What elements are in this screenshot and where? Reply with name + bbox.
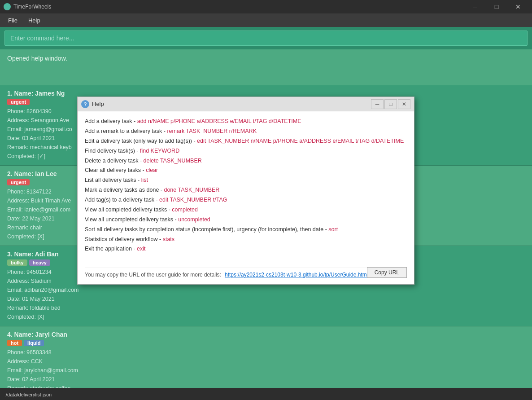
help-command-line: Sort all delivery tasks by completion st… — [85, 225, 407, 235]
help-command-line: List all delivery tasks - list — [85, 176, 407, 185]
tag-bulky: bulky — [7, 259, 27, 266]
command-syntax: add n/NAME p/PHONE a/ADDRESS e/EMAIL t/T… — [137, 118, 301, 124]
command-syntax: edit TASK_NUMBER t/TAG — [159, 197, 227, 203]
help-command-line: Mark a delivery tasks as done - done TAS… — [85, 185, 407, 195]
command-syntax: completed — [172, 207, 198, 213]
tag-hot: hot — [7, 340, 22, 346]
help-body: Add a delivery task - add n/NAME p/PHONE… — [78, 111, 414, 259]
command-desc: View all completed delivery tasks - — [85, 207, 172, 213]
command-syntax: list — [141, 177, 148, 183]
tag-liquid: liquid — [24, 340, 44, 346]
card-info: Phone: 96503348 Address: CCK Email: jary… — [7, 348, 525, 388]
command-desc: Add a remark to a delivery task - — [85, 128, 167, 134]
command-syntax: delete TASK_NUMBER — [144, 158, 202, 164]
title-bar-left: TimeForWheels — [4, 3, 51, 10]
minimize-button[interactable]: ─ — [465, 0, 485, 13]
help-title-bar: ? Help ─ □ ✕ — [78, 97, 414, 111]
help-title-left: ? Help — [81, 100, 104, 108]
help-command-line: Add a remark to a delivery task - remark… — [85, 127, 407, 136]
tag-urgent: urgent — [7, 179, 30, 185]
status-area: Opened help window. — [0, 49, 532, 85]
title-bar-controls: ─ □ ✕ — [465, 0, 528, 13]
tag-urgent: urgent — [7, 99, 30, 105]
help-command-line: Statistics of delivery workflow - stats — [85, 235, 407, 245]
status-message: Opened help window. — [7, 55, 67, 62]
copy-url-button[interactable]: Copy URL — [367, 267, 407, 278]
card-title: 1. Name: James Ng — [7, 90, 525, 97]
help-command-line: Clear all delivery tasks - clear — [85, 166, 407, 176]
command-desc: Statistics of delivery workflow - — [85, 236, 163, 242]
help-command-line: Add a delivery task - add n/NAME p/PHONE… — [85, 117, 407, 127]
command-desc: Exit the application - — [85, 246, 137, 252]
app-title: TimeForWheels — [13, 4, 51, 10]
command-bar — [0, 27, 532, 49]
maximize-button[interactable]: □ — [486, 0, 507, 13]
command-desc: Add a delivery task - — [85, 118, 137, 124]
tag-heavy: heavy — [29, 259, 50, 266]
help-dialog-title: Help — [92, 101, 104, 107]
command-syntax: edit TASK_NUMBER n/NAME p/PHONE a/ADDRES… — [197, 138, 404, 144]
help-command-line: Find delivery task(s) - find KEYWORD — [85, 146, 407, 156]
command-desc: Edit a delivery task (only way to add ta… — [85, 138, 197, 144]
help-close-button[interactable]: ✕ — [398, 99, 410, 109]
url-intro: You may copy the URL of the user guide f… — [85, 272, 221, 278]
help-dialog: ? Help ─ □ ✕ Add a delivery task - add n… — [77, 97, 414, 285]
help-command-line: View all uncompleted delivery tasks - un… — [85, 215, 407, 225]
command-desc: Mark a delivery tasks as done - — [85, 187, 164, 193]
help-footer: You may copy the URL of the user guide f… — [78, 259, 414, 284]
tag-container: hotliquid — [7, 340, 525, 346]
command-syntax: remark TASK_NUMBER r/REMARK — [167, 128, 257, 134]
status-path: .\data\deliverylist.json — [4, 392, 52, 397]
command-desc: Add tag(s) to a delivery task - — [85, 197, 159, 203]
help-url-line: You may copy the URL of the user guide f… — [85, 268, 407, 278]
command-syntax: clear — [146, 167, 158, 173]
help-icon: ? — [81, 100, 89, 108]
command-syntax: exit — [137, 246, 145, 252]
command-desc: Find delivery task(s) - — [85, 148, 140, 154]
help-command-line: Add tag(s) to a delivery task - edit TAS… — [85, 195, 407, 205]
title-bar: TimeForWheels ─ □ ✕ — [0, 0, 532, 13]
command-desc: View all uncompleted delivery tasks - — [85, 216, 178, 223]
command-syntax: uncompleted — [178, 216, 210, 223]
app-icon — [4, 3, 11, 10]
help-command-line: Exit the application - exit — [85, 244, 407, 254]
command-syntax: find KEYWORD — [140, 148, 179, 154]
command-desc: Delete a delivery task - — [85, 158, 144, 164]
help-command-line: Delete a delivery task - delete TASK_NUM… — [85, 156, 407, 166]
help-maximize-button[interactable]: □ — [384, 99, 397, 109]
delivery-card: 4. Name: Jaryl Chan hotliquid Phone: 965… — [0, 326, 532, 388]
status-bar: .\data\deliverylist.json — [0, 389, 532, 400]
menu-file[interactable]: File — [4, 15, 22, 26]
command-syntax: stats — [163, 236, 174, 242]
command-desc: Clear all delivery tasks - — [85, 167, 146, 173]
help-controls: ─ □ ✕ — [371, 99, 410, 109]
help-command-line: View all completed delivery tasks - comp… — [85, 205, 407, 215]
menu-bar: File Help — [0, 13, 532, 27]
help-command-line: Edit a delivery task (only way to add ta… — [85, 136, 407, 146]
help-minimize-button[interactable]: ─ — [371, 99, 384, 109]
close-button[interactable]: ✕ — [508, 0, 528, 13]
user-guide-link[interactable]: https://ay2021s2-cs2103t-w10-3.github.io… — [225, 272, 368, 278]
command-desc: List all delivery tasks - — [85, 177, 141, 183]
command-desc: Sort all delivery tasks by completion st… — [85, 226, 328, 233]
menu-help[interactable]: Help — [24, 15, 45, 26]
command-syntax: sort — [328, 226, 338, 233]
command-input[interactable] — [4, 31, 528, 46]
command-syntax: done TASK_NUMBER — [164, 187, 219, 193]
card-title: 4. Name: Jaryl Chan — [7, 331, 525, 338]
